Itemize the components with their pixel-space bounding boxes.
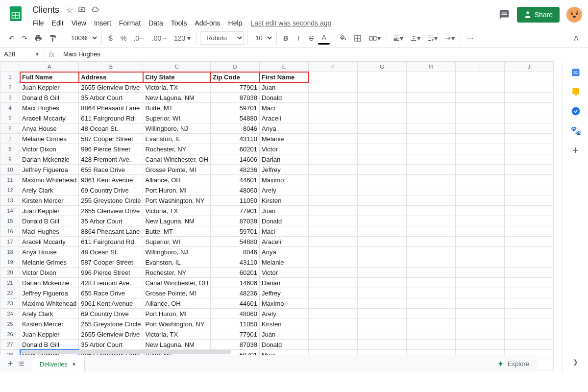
cell-H5[interactable] [407,113,456,123]
cell-E5[interactable]: Araceli [260,113,309,123]
paint-format-icon[interactable] [46,32,60,45]
cell-C8[interactable]: Rochester, NY [143,144,211,154]
cell-G19[interactable] [358,257,407,268]
cell-A3[interactable]: Donald B Gill [20,93,79,103]
cell-H11[interactable] [407,175,456,185]
cell-G1[interactable] [358,72,407,82]
cell-B9[interactable]: 428 Fremont Ave. [79,154,143,165]
cell-B6[interactable]: 48 Ocean St. [79,123,143,134]
row-header-23[interactable]: 23 [0,298,20,309]
cell-I27[interactable] [456,340,505,350]
cell-B15[interactable]: 35 Arbor Court [79,216,143,226]
cell-J8[interactable] [505,144,554,154]
cell-H3[interactable] [407,93,456,103]
explore-button[interactable]: ✦Explore [490,355,537,372]
cell-D16[interactable]: 59701 [211,226,260,237]
cell-H25[interactable] [407,319,456,329]
row-header-14[interactable]: 14 [0,206,20,216]
cell-J9[interactable] [505,154,554,165]
merge-cells-icon[interactable]: ▾ [366,32,384,45]
cell-B17[interactable]: 611 Fairground Rd. [79,237,143,247]
cell-C27[interactable]: New Laguna, NM [143,340,211,350]
row-header-19[interactable]: 19 [0,257,20,268]
cell-J17[interactable] [505,237,554,247]
sheet-tab-deliveries[interactable]: Deliveries▼ [32,356,85,372]
cell-B1[interactable]: Address [79,72,143,82]
cell-E18[interactable]: Anya [260,247,309,257]
cell-A17[interactable]: Araceli Mccarty [20,237,79,247]
cell-C1[interactable]: City State [143,72,211,82]
menu-data[interactable]: Data [145,17,167,29]
cell-H2[interactable] [407,82,456,93]
cell-E7[interactable]: Melanie [260,134,309,144]
cell-C23[interactable]: Alliance, OH [143,298,211,309]
row-header-11[interactable]: 11 [0,175,20,185]
calendar-icon[interactable]: 31 [571,67,581,77]
cell-E14[interactable]: Juan [260,206,309,216]
cell-D3[interactable]: 87038 [211,93,260,103]
cell-G21[interactable] [358,278,407,288]
cell-C20[interactable]: Rochester, NY [143,268,211,278]
cell-F25[interactable] [309,319,358,329]
cell-I23[interactable] [456,298,505,309]
cell-D13[interactable]: 11050 [211,196,260,206]
cell-G7[interactable] [358,134,407,144]
cell-I15[interactable] [456,216,505,226]
row-header-27[interactable]: 27 [0,340,20,350]
cell-H14[interactable] [407,206,456,216]
cell-I7[interactable] [456,134,505,144]
name-box[interactable]: A28▼ [0,49,44,60]
row-header-4[interactable]: 4 [0,103,20,113]
cell-I19[interactable] [456,257,505,268]
user-avatar[interactable] [566,7,582,23]
cell-F8[interactable] [309,144,358,154]
row-header-17[interactable]: 17 [0,237,20,247]
percent-icon[interactable]: % [118,32,129,45]
column-header-J[interactable]: J [505,62,554,72]
all-sheets-icon[interactable]: ≡ [19,359,24,369]
text-wrap-icon[interactable]: ▾ [424,32,441,45]
column-header-A[interactable]: A [20,62,79,72]
cell-C11[interactable]: Alliance, OH [143,175,211,185]
cell-I3[interactable] [456,93,505,103]
cell-A5[interactable]: Araceli Mccarty [20,113,79,123]
cell-G25[interactable] [358,319,407,329]
row-header-12[interactable]: 12 [0,185,20,196]
cell-G17[interactable] [358,237,407,247]
move-icon[interactable] [78,5,86,15]
cell-H21[interactable] [407,278,456,288]
cell-D11[interactable]: 44601 [211,175,260,185]
cell-A8[interactable]: Victor Dixon [20,144,79,154]
horizontal-scrollbar[interactable] [20,349,537,355]
more-tools-icon[interactable]: ⋯ [464,32,477,45]
cell-I16[interactable] [456,226,505,237]
row-header-8[interactable]: 8 [0,144,20,154]
cell-I17[interactable] [456,237,505,247]
cell-E21[interactable]: Darian [260,278,309,288]
cell-G5[interactable] [358,113,407,123]
cell-J16[interactable] [505,226,554,237]
cell-F15[interactable] [309,216,358,226]
cell-C3[interactable]: New Laguna, NM [143,93,211,103]
cell-F16[interactable] [309,226,358,237]
cell-G11[interactable] [358,175,407,185]
cell-F27[interactable] [309,340,358,350]
cell-D1[interactable]: Zip Code [211,72,260,82]
cell-J23[interactable] [505,298,554,309]
cell-F5[interactable] [309,113,358,123]
cell-J13[interactable] [505,196,554,206]
cell-E6[interactable]: Anya [260,123,309,134]
cell-A26[interactable]: Juan Keppler [20,329,79,340]
cell-I22[interactable] [456,288,505,298]
cell-G6[interactable] [358,123,407,134]
row-header-18[interactable]: 18 [0,247,20,257]
cell-I13[interactable] [456,196,505,206]
cell-D5[interactable]: 54880 [211,113,260,123]
menu-help[interactable]: Help [225,17,246,29]
tasks-icon[interactable] [571,106,581,116]
cell-G2[interactable] [358,82,407,93]
column-header-F[interactable]: F [309,62,358,72]
cell-D24[interactable]: 48060 [211,309,260,319]
cell-B22[interactable]: 655 Race Drive [79,288,143,298]
cell-C16[interactable]: Butte, MT [143,226,211,237]
